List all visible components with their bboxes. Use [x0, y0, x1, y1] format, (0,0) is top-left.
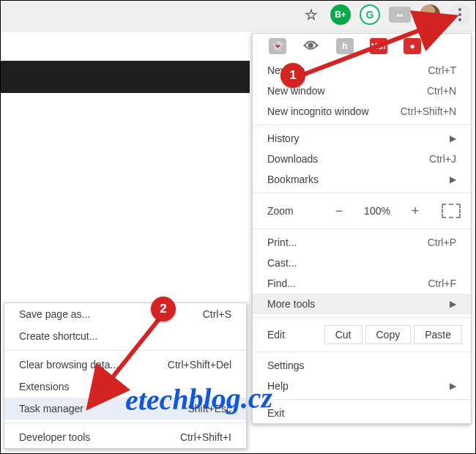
chrome-main-menu: 👻 👁 h 1857 ● New tab Ctrl+T New window C…: [252, 33, 472, 424]
menu-shortcut: Ctrl+T: [428, 64, 457, 76]
menu-item-more-tools[interactable]: More tools ▶: [253, 294, 471, 314]
bookmark-star-icon[interactable]: ☆: [301, 4, 321, 25]
chevron-right-icon: ▶: [450, 299, 456, 309]
extension-box-icon[interactable]: ••: [389, 7, 411, 23]
menu-label: Bookmarks: [267, 174, 319, 185]
menu-item-exit[interactable]: Exit: [253, 403, 471, 423]
submenu-label: Clear browsing data...: [19, 359, 119, 371]
extension-gmail-icon[interactable]: 1857: [370, 38, 387, 54]
edit-paste-button[interactable]: Paste: [414, 325, 462, 344]
submenu-separator: [4, 423, 246, 423]
menu-edit-row: Edit Cut Copy Paste: [253, 321, 471, 349]
more-tools-submenu: Save page as... Ctrl+S Create shortcut..…: [4, 302, 247, 449]
menu-label: Print...: [267, 237, 297, 248]
submenu-shortcut: Shift+Esc: [187, 403, 231, 414]
submenu-label: Task manager: [19, 403, 83, 414]
menu-shortcut: Ctrl+Shift+N: [401, 105, 456, 117]
menu-shortcut: Ctrl+N: [427, 85, 456, 97]
submenu-label: Extensions: [19, 381, 69, 392]
menu-label: More tools: [267, 298, 315, 310]
menu-item-history[interactable]: History ▶: [253, 128, 471, 149]
submenu-shortcut: Ctrl+S: [203, 308, 231, 320]
submenu-label: Developer tools: [19, 431, 90, 443]
fullscreen-icon[interactable]: [442, 204, 461, 218]
submenu-label: Save page as...: [19, 308, 90, 320]
menu-label: Downloads: [267, 153, 318, 165]
menu-item-incognito[interactable]: New incognito window Ctrl+Shift+N: [253, 101, 471, 122]
extension-ghostery-icon[interactable]: 👻: [269, 38, 286, 54]
zoom-out-button[interactable]: −: [327, 201, 351, 221]
page-dark-band: [1, 61, 250, 93]
chrome-menu-button[interactable]: [449, 4, 471, 26]
menu-item-settings[interactable]: Settings: [253, 355, 471, 376]
submenu-label: Create shortcut...: [19, 330, 97, 342]
menu-label: New incognito window: [267, 105, 369, 117]
menu-shortcut: Ctrl+P: [428, 237, 456, 248]
menu-separator: [253, 399, 471, 400]
zoom-label: Zoom: [267, 205, 320, 217]
menu-extension-row: 👻 👁 h 1857 ●: [253, 34, 471, 60]
menu-shortcut: Ctrl+F: [428, 278, 457, 289]
kebab-dot-icon: [458, 8, 461, 11]
edit-copy-button[interactable]: Copy: [365, 325, 412, 344]
chevron-right-icon: ▶: [450, 174, 456, 185]
extension-h-icon[interactable]: h: [336, 38, 354, 54]
submenu-shortcut: Ctrl+Shift+I: [180, 431, 231, 443]
submenu-item-create-shortcut[interactable]: Create shortcut...: [4, 325, 246, 347]
submenu-item-developer-tools[interactable]: Developer tools Ctrl+Shift+I: [4, 426, 246, 448]
zoom-in-button[interactable]: +: [404, 201, 427, 221]
menu-separator: [253, 193, 471, 193]
menu-label: History: [267, 133, 300, 144]
menu-label: Exit: [267, 407, 284, 419]
extension-rss-icon[interactable]: ●: [404, 38, 421, 54]
chevron-right-icon: ▶: [450, 133, 456, 144]
edit-cut-button[interactable]: Cut: [324, 325, 362, 344]
menu-shortcut: Ctrl+J: [429, 153, 456, 165]
menu-item-help[interactable]: Help ▶: [253, 376, 471, 396]
menu-item-downloads[interactable]: Downloads Ctrl+J: [253, 149, 471, 169]
annotation-step-1: 1: [280, 63, 305, 88]
kebab-dot-icon: [458, 18, 461, 21]
chevron-right-icon: ▶: [450, 381, 456, 391]
menu-separator: [253, 317, 471, 318]
submenu-item-clear-browsing[interactable]: Clear browsing data... Ctrl+Shift+Del: [4, 354, 246, 376]
extension-privacy-eye-icon[interactable]: 👁: [302, 38, 320, 54]
menu-separator: [253, 228, 471, 229]
extension-bplus-icon[interactable]: B+: [330, 4, 351, 25]
profile-avatar[interactable]: [420, 4, 440, 25]
menu-label: Help: [267, 380, 289, 392]
browser-toolbar: ☆ B+ G ••: [1, 1, 475, 31]
menu-label: Settings: [267, 360, 305, 371]
screenshot-frame: ☆ B+ G •• 👻 👁 h 1857 ● New tab Ctrl+T: [0, 0, 476, 454]
zoom-value: 100%: [358, 205, 396, 217]
kebab-dot-icon: [458, 13, 461, 16]
toolbar-extensions-area: ☆ B+ G ••: [301, 4, 471, 26]
annotation-step-2: 2: [151, 297, 176, 321]
submenu-separator: [4, 350, 246, 351]
edit-label: Edit: [267, 329, 302, 340]
menu-item-bookmarks[interactable]: Bookmarks ▶: [253, 169, 471, 190]
menu-label: Cast...: [267, 257, 297, 269]
menu-item-cast[interactable]: Cast...: [253, 253, 471, 273]
menu-separator: [253, 351, 471, 352]
menu-separator: [253, 124, 471, 125]
submenu-item-extensions[interactable]: Extensions: [4, 376, 246, 398]
menu-zoom-row: Zoom − 100% +: [253, 196, 471, 226]
submenu-item-task-manager[interactable]: Task manager Shift+Esc: [4, 398, 246, 420]
extension-grammarly-icon[interactable]: G: [360, 4, 380, 25]
submenu-shortcut: Ctrl+Shift+Del: [168, 359, 231, 371]
menu-item-find[interactable]: Find... Ctrl+F: [253, 273, 471, 294]
submenu-item-save-page[interactable]: Save page as... Ctrl+S: [4, 303, 246, 325]
menu-item-print[interactable]: Print... Ctrl+P: [253, 232, 471, 253]
menu-label: Find...: [267, 278, 296, 289]
